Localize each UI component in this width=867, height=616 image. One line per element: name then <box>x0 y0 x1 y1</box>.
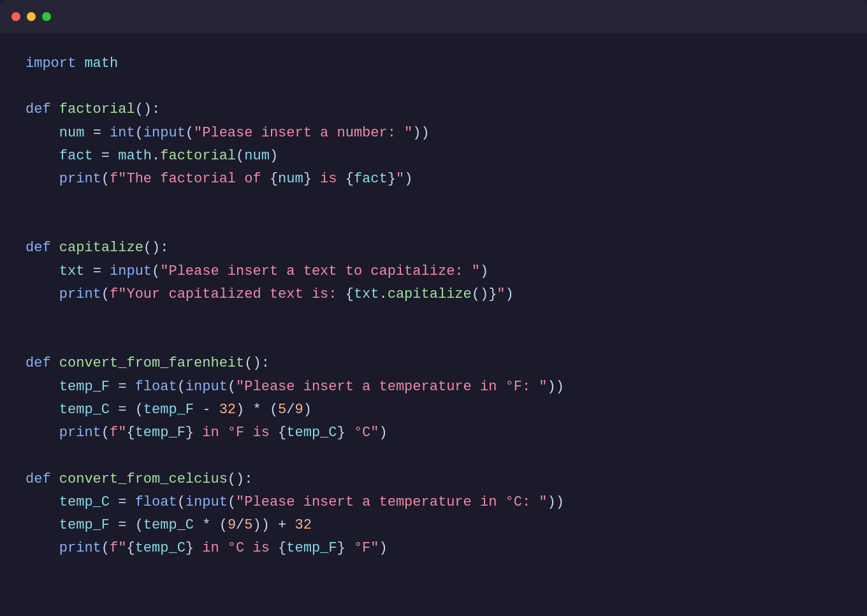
close-button[interactable] <box>11 12 20 21</box>
code-line-10: txt = input("Please insert a text to cap… <box>26 260 841 283</box>
code-line-1: import math <box>26 52 841 75</box>
code-editor[interactable]: import math def factorial(): num = int(i… <box>0 33 867 580</box>
code-line-20: temp_C = float(input("Please insert a te… <box>26 491 841 514</box>
code-line-22: print(f"{temp_C} in °C is {temp_F} °F") <box>26 537 841 560</box>
code-line-4: num = int(input("Please insert a number:… <box>26 122 841 145</box>
title-bar <box>0 0 867 33</box>
minimize-button[interactable] <box>27 12 36 21</box>
code-line-17: print(f"{temp_F} in °F is {temp_C} °C") <box>26 422 841 444</box>
code-line-19: def convert_from_celcius(): <box>26 468 841 491</box>
code-line-16: temp_C = (temp_F - 32) * (5/9) <box>26 399 841 422</box>
code-line-5: fact = math.factorial(num) <box>26 145 841 168</box>
code-line-11: print(f"Your capitalized text is: {txt.c… <box>26 283 841 306</box>
code-line-15: temp_F = float(input("Please insert a te… <box>26 376 841 399</box>
code-line-21: temp_F = (temp_C * (9/5)) + 32 <box>26 514 841 537</box>
code-line-6: print(f"The factorial of {num} is {fact}… <box>26 168 841 191</box>
editor-window: import math def factorial(): num = int(i… <box>0 0 867 616</box>
code-line-9: def capitalize(): <box>26 237 841 260</box>
code-line-3: def factorial(): <box>26 98 841 121</box>
maximize-button[interactable] <box>42 12 51 21</box>
code-line-14: def convert_from_farenheit(): <box>26 352 841 375</box>
